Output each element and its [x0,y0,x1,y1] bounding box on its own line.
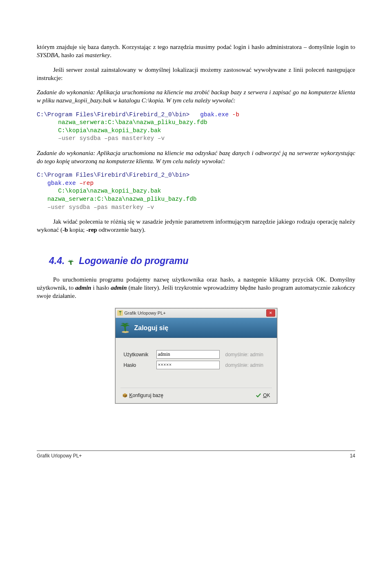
footer-left: Grafik Urlopowy PL+ [37,453,82,459]
paragraph-commands-diff: Jak widać polecenia te różnią się w zasa… [37,217,355,234]
password-input[interactable] [156,361,220,369]
close-icon[interactable]: ✕ [266,309,275,317]
section-heading: 4.4. Logowanie do programu [49,255,355,267]
configure-db-label: Konfiguruj bazę [129,392,163,399]
paragraph-db-login: którym znajduje się baza danych. Korzyst… [37,43,355,60]
box-icon [122,393,128,398]
section-number: 4.4. [49,255,65,267]
app-icon [117,310,123,316]
page-footer: Grafik Urlopowy PL+ 14 [37,450,355,459]
configure-db-button[interactable]: Konfiguruj bazę [120,391,165,399]
palm-tree-icon [120,322,131,333]
dialog-window-title: Grafik Urlopowy PL+ [125,310,266,316]
dialog-header-title: Zaloguj się [134,324,169,333]
password-hint: domyślnie: admin [225,362,263,368]
code-block-restore: C:\Program Files\Firebird\Firebird_2_0\b… [37,171,355,211]
section-title: Logowanie do programu [79,255,188,266]
code-block-backup: C:\Program Files\Firebird\Firebird_2_0\b… [37,111,355,143]
check-icon [256,393,261,398]
password-label: Hasło [124,362,156,368]
dialog-body: Użytkownik domyślnie: admin Hasło domyśl… [116,338,277,379]
paragraph-backup-task: Zadanie do wykonania: Aplikacja uruchomi… [37,88,355,105]
paragraph-instructions-intro: Jeśli serwer został zainstalowany w domy… [37,66,355,82]
ok-label: OK [263,392,270,399]
user-hint: domyślnie: admin [225,351,263,358]
footer-page-number: 14 [350,453,355,459]
paragraph-restore-task: Zadanie do wykonania: Aplikacja uruchomi… [37,149,355,166]
username-input[interactable] [156,350,220,359]
login-dialog: Grafik Urlopowy PL+ ✕ Zaloguj się Użytko… [115,308,277,403]
user-label: Użytkownik [124,351,156,358]
ok-button[interactable]: OK [254,391,272,399]
paragraph-login-info: Po uruchomieniu programu podajemy nazwę … [37,275,355,300]
dialog-header: Zaloguj się [116,318,277,338]
palm-tree-icon [67,257,75,265]
dialog-titlebar: Grafik Urlopowy PL+ ✕ [116,308,277,318]
